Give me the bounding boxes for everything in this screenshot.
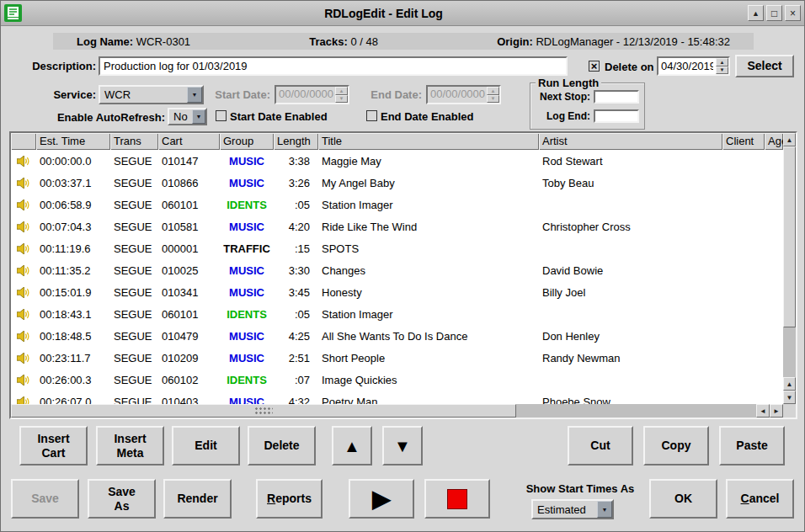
column-header-est-time[interactable]: Est. Time bbox=[36, 133, 110, 150]
column-header-group[interactable]: Group bbox=[220, 133, 274, 150]
table-body[interactable]: 00:00:00.0 SEGUE 010147 MUSIC 3:38 Maggi… bbox=[11, 150, 783, 404]
ok-button[interactable]: OK bbox=[649, 479, 717, 519]
delete-date-value[interactable] bbox=[658, 58, 716, 74]
delete-date-spinbox[interactable]: ▲ ▼ bbox=[657, 56, 730, 76]
app-icon bbox=[4, 4, 22, 22]
scroll-up-icon[interactable]: ▲ bbox=[783, 133, 796, 146]
column-header-artist[interactable]: Artist bbox=[539, 133, 722, 150]
cell-group: MUSIC bbox=[220, 396, 274, 405]
chevron-down-icon[interactable]: ▼ bbox=[192, 109, 205, 124]
delete-on-label: Delete on bbox=[605, 61, 654, 73]
chevron-down-icon[interactable]: ▼ bbox=[597, 501, 612, 518]
table-row[interactable]: 00:26:00.3 SEGUE 060102 IDENTS :07 Image… bbox=[11, 369, 783, 391]
cell-cart: 060101 bbox=[158, 308, 220, 321]
cell-length: 3:30 bbox=[274, 264, 318, 277]
origin-label: Origin: bbox=[497, 35, 533, 48]
table-row[interactable]: 00:18:43.1 SEGUE 060101 IDENTS :05 Stati… bbox=[11, 303, 783, 325]
delete-on-checkbox[interactable]: × bbox=[589, 61, 600, 72]
show-start-times-combo[interactable]: Estimated ▼ bbox=[531, 499, 614, 519]
speaker-icon bbox=[11, 265, 36, 276]
horizontal-scrollbar[interactable]: ◄ ► bbox=[11, 404, 783, 418]
column-header-length[interactable]: Length bbox=[274, 133, 318, 150]
close-button[interactable]: × bbox=[785, 5, 801, 21]
next-stop-field[interactable] bbox=[594, 90, 639, 104]
table-row[interactable]: 00:07:04.3 SEGUE 010581 MUSIC 4:20 Ride … bbox=[11, 215, 783, 237]
chevron-down-icon[interactable]: ▼ bbox=[187, 87, 202, 103]
column-header-cart[interactable]: Cart bbox=[158, 133, 220, 150]
vertical-scroll-track[interactable] bbox=[783, 327, 796, 377]
end-date-enabled-checkbox[interactable] bbox=[366, 110, 377, 121]
cut-button[interactable]: Cut bbox=[568, 426, 633, 466]
column-header-agency[interactable]: Agency bbox=[765, 133, 783, 150]
move-down-button[interactable]: ▼ bbox=[382, 426, 423, 466]
table-row[interactable]: 00:11:35.2 SEGUE 010025 MUSIC 3:30 Chang… bbox=[11, 259, 783, 281]
scroll-left-icon[interactable]: ◄ bbox=[756, 404, 770, 418]
cell-group: MUSIC bbox=[220, 264, 274, 277]
cell-cart: 010147 bbox=[158, 155, 220, 168]
speaker-icon bbox=[11, 200, 36, 210]
start-date-enabled-checkbox[interactable] bbox=[216, 110, 227, 121]
description-input[interactable] bbox=[99, 56, 568, 76]
shade-icon: ▲ bbox=[752, 9, 760, 18]
render-button[interactable]: Render bbox=[163, 479, 232, 519]
edit-button[interactable]: Edit bbox=[172, 426, 240, 466]
log-table: Est. TimeTransCartGroupLengthTitleArtist… bbox=[9, 131, 797, 419]
delete-button[interactable]: Delete bbox=[248, 426, 316, 466]
cancel-button[interactable]: Cancel bbox=[726, 479, 794, 519]
cell-title: Image Quickies bbox=[318, 374, 539, 386]
shade-button[interactable]: ▲ bbox=[748, 5, 764, 21]
horizontal-scroll-track[interactable] bbox=[516, 404, 756, 418]
speaker-icon bbox=[11, 287, 36, 298]
cell-trans: SEGUE bbox=[110, 242, 158, 255]
table-row[interactable]: 00:26:07.0 SEGUE 010403 MUSIC 4:32 Poetr… bbox=[11, 391, 783, 404]
table-row[interactable]: 00:03:37.1 SEGUE 010866 MUSIC 3:26 My An… bbox=[11, 172, 783, 194]
table-row[interactable]: 00:15:01.9 SEGUE 010341 MUSIC 3:45 Hones… bbox=[11, 281, 783, 303]
log-end-field[interactable] bbox=[594, 109, 639, 123]
vertical-scrollbar[interactable]: ▲ ▲ ▼ bbox=[783, 133, 796, 404]
paste-button[interactable]: Paste bbox=[719, 426, 785, 466]
table-row[interactable]: 00:18:48.5 SEGUE 010479 MUSIC 4:25 All S… bbox=[11, 325, 783, 347]
copy-button[interactable]: Copy bbox=[643, 426, 709, 466]
cell-length: 3:45 bbox=[274, 286, 318, 299]
table-row[interactable]: 00:11:19.6 SEGUE 000001 TRAFFIC :15 SPOT… bbox=[11, 237, 783, 259]
spin-down-icon[interactable]: ▼ bbox=[716, 66, 728, 75]
move-up-button[interactable]: ▲ bbox=[332, 426, 372, 466]
autorefresh-combo[interactable]: No ▼ bbox=[168, 108, 207, 125]
horizontal-scroll-thumb[interactable] bbox=[11, 404, 516, 418]
reports-button[interactable]: Reports bbox=[256, 479, 323, 519]
titlebar[interactable]: RDLogEdit - Edit Log ▲ □ × bbox=[1, 1, 804, 26]
vertical-scroll-thumb[interactable] bbox=[783, 146, 796, 327]
scroll-up-icon[interactable]: ▲ bbox=[783, 377, 796, 391]
column-header-icon[interactable] bbox=[11, 133, 36, 150]
cell-est-time: 00:07:04.3 bbox=[36, 221, 110, 233]
save-as-button[interactable]: Save As bbox=[88, 479, 156, 519]
table-row[interactable]: 00:06:58.9 SEGUE 060101 IDENTS :05 Stati… bbox=[11, 194, 783, 215]
cell-artist: Don Henley bbox=[539, 330, 722, 343]
cell-group: MUSIC bbox=[220, 286, 274, 299]
spin-up-icon[interactable]: ▲ bbox=[716, 58, 728, 66]
scroll-right-icon[interactable]: ► bbox=[770, 404, 783, 418]
cell-length: 2:51 bbox=[274, 352, 318, 364]
maximize-button[interactable]: □ bbox=[766, 5, 782, 21]
play-button[interactable]: ▶ bbox=[349, 479, 414, 519]
table-row[interactable]: 00:00:00.0 SEGUE 010147 MUSIC 3:38 Maggi… bbox=[11, 150, 783, 172]
cell-title: My Angel Baby bbox=[318, 177, 539, 189]
cell-length: 4:25 bbox=[274, 330, 318, 343]
column-header-title[interactable]: Title bbox=[318, 133, 539, 150]
scroll-down-icon[interactable]: ▼ bbox=[783, 391, 796, 404]
speaker-icon bbox=[11, 243, 36, 254]
delete-date-spin-arrows[interactable]: ▲ ▼ bbox=[716, 58, 728, 74]
insert-meta-button[interactable]: Insert Meta bbox=[96, 426, 164, 466]
column-header-client[interactable]: Client bbox=[722, 133, 765, 150]
cell-trans: SEGUE bbox=[110, 352, 158, 364]
table-row[interactable]: 00:23:11.7 SEGUE 010209 MUSIC 2:51 Short… bbox=[11, 347, 783, 369]
cell-length: :05 bbox=[274, 199, 318, 211]
insert-cart-button[interactable]: Insert Cart bbox=[19, 426, 88, 466]
end-date-spinbox: 00/00/0000 ▲ ▼ bbox=[426, 85, 501, 104]
column-header-trans[interactable]: Trans bbox=[110, 133, 158, 150]
stop-button[interactable] bbox=[424, 479, 490, 519]
cell-est-time: 00:15:01.9 bbox=[36, 286, 110, 299]
service-combo[interactable]: WCR ▼ bbox=[99, 85, 204, 104]
select-date-button[interactable]: Select bbox=[735, 55, 794, 77]
cell-artist: Billy Joel bbox=[539, 286, 722, 299]
